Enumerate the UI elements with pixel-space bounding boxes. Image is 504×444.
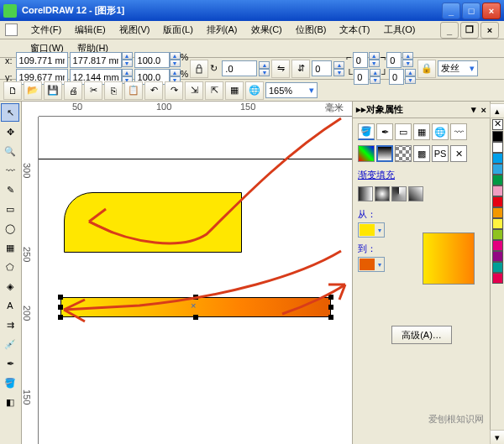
palette-down-button[interactable]: ▾ — [490, 430, 504, 444]
preset-square[interactable] — [408, 186, 423, 201]
tab-detail[interactable]: ▦ — [413, 123, 430, 140]
tab-general[interactable]: ▭ — [395, 123, 412, 140]
color-swatch[interactable] — [492, 142, 503, 153]
menu-tools[interactable]: 工具(O) — [379, 22, 421, 38]
color-swatch[interactable] — [492, 240, 503, 251]
open-button[interactable]: 📂 — [24, 81, 42, 100]
mirror-v-button[interactable]: ⇵ — [291, 60, 310, 78]
pick-tool[interactable]: ↖ — [1, 103, 19, 122]
x-position-input[interactable] — [16, 52, 68, 68]
rotation-input[interactable] — [222, 60, 257, 76]
corner-tl-input[interactable] — [353, 52, 368, 68]
docker-close-icon[interactable]: × — [481, 105, 486, 115]
color-swatch[interactable] — [492, 262, 503, 273]
interactive-fill-tool[interactable]: ◧ — [1, 393, 19, 411]
gradient-bar-object[interactable] — [60, 297, 331, 317]
color-swatch[interactable] — [492, 207, 503, 218]
export-button[interactable]: ⇱ — [205, 81, 223, 100]
ellipse-tool[interactable]: ◯ — [1, 219, 19, 238]
outline-tool[interactable]: ✒ — [1, 354, 19, 373]
freehand-tool[interactable]: 〰 — [1, 161, 19, 180]
menu-edit[interactable]: 编辑(E) — [70, 22, 111, 38]
docker-menu-icon[interactable]: ▾ — [471, 104, 476, 115]
fill-tool[interactable]: 🪣 — [1, 373, 19, 392]
menu-layout[interactable]: 版面(L) — [158, 22, 197, 38]
shape-tool[interactable]: ✥ — [1, 123, 19, 141]
menu-text[interactable]: 文本(T) — [334, 22, 375, 38]
color-swatch[interactable] — [492, 218, 503, 229]
paste-button[interactable]: 📋 — [124, 81, 143, 100]
text-tool[interactable]: A — [1, 296, 19, 315]
smart-draw-tool[interactable]: ✎ — [1, 180, 19, 199]
graph-paper-tool[interactable]: ▦ — [1, 238, 19, 257]
interactive-blend-tool[interactable]: ⇉ — [1, 316, 19, 334]
eyedropper-tool[interactable]: 💉 — [1, 335, 19, 353]
corel-online-button[interactable]: 🌐 — [245, 81, 264, 100]
doc-restore-button[interactable]: ❐ — [460, 22, 479, 39]
color-swatch[interactable] — [492, 153, 503, 164]
preset-conical[interactable] — [391, 186, 407, 201]
preset-linear[interactable] — [358, 186, 373, 201]
tab-curve[interactable]: 〰 — [450, 123, 467, 140]
color-swatch[interactable] — [492, 175, 503, 185]
redo-button[interactable]: ↷ — [165, 81, 183, 100]
color-swatch[interactable] — [492, 131, 503, 142]
from-color-picker[interactable]: ▾ — [358, 222, 385, 238]
angle-input[interactable] — [312, 60, 332, 76]
undo-button[interactable]: ↶ — [144, 81, 163, 100]
fill-pattern[interactable] — [395, 145, 412, 162]
color-swatch[interactable] — [492, 196, 503, 207]
fill-none[interactable]: ✕ — [450, 145, 467, 162]
menu-arrange[interactable]: 排列(A) — [202, 22, 243, 38]
close-button[interactable]: × — [482, 3, 501, 19]
print-button[interactable]: 🖨 — [64, 81, 82, 100]
palette-up-button[interactable]: ▴ — [490, 103, 504, 118]
docker-expand-icon[interactable]: ▸▸ — [356, 104, 366, 115]
tab-fill[interactable]: 🪣 — [358, 123, 375, 140]
cut-button[interactable]: ✂ — [84, 81, 102, 100]
fill-fountain[interactable] — [376, 145, 393, 162]
outline-width-select[interactable]: 发丝▾ — [438, 60, 478, 76]
fill-postscript[interactable]: PS — [432, 145, 449, 162]
yellow-rounded-rectangle[interactable] — [64, 192, 242, 253]
color-swatch[interactable] — [492, 164, 503, 175]
corner-br-input[interactable] — [389, 69, 404, 85]
doc-close-button[interactable]: × — [480, 22, 499, 39]
zoom-tool[interactable]: 🔍 — [1, 142, 19, 160]
mirror-h-button[interactable]: ⇋ — [271, 60, 290, 78]
tab-outline[interactable]: ✒ — [376, 123, 393, 140]
fill-uniform[interactable] — [358, 145, 375, 162]
copy-button[interactable]: ⎘ — [104, 81, 123, 100]
minimize-button[interactable]: _ — [442, 3, 460, 19]
corner-bl-input[interactable] — [354, 69, 369, 85]
color-swatch[interactable] — [492, 251, 503, 262]
zoom-select[interactable]: 165%▾ — [265, 82, 318, 98]
menu-effects[interactable]: 效果(C) — [246, 22, 287, 38]
to-color-picker[interactable]: ▾ — [358, 257, 385, 272]
tab-internet[interactable]: 🌐 — [432, 123, 449, 140]
app-launcher-button[interactable]: ▦ — [225, 81, 244, 100]
no-color-swatch[interactable]: ✕ — [492, 119, 503, 130]
rectangle-tool[interactable]: ▭ — [1, 200, 19, 218]
save-button[interactable]: 💾 — [44, 81, 62, 100]
doc-minimize-button[interactable]: _ — [440, 22, 459, 39]
polygon-tool[interactable]: ⬠ — [1, 258, 19, 276]
maximize-button[interactable]: □ — [462, 3, 480, 19]
color-swatch[interactable] — [492, 273, 503, 284]
color-swatch[interactable] — [492, 185, 503, 196]
lock-ratio-button[interactable] — [190, 60, 208, 78]
scale-x-input[interactable] — [134, 52, 170, 68]
advanced-button[interactable]: 高级(A)… — [391, 326, 452, 344]
corner-tr-input[interactable] — [386, 52, 402, 68]
fill-texture[interactable]: ▩ — [413, 145, 430, 162]
width-input[interactable] — [70, 52, 122, 68]
menu-bitmaps[interactable]: 位图(B) — [291, 22, 332, 38]
basic-shapes-tool[interactable]: ◈ — [1, 277, 19, 295]
import-button[interactable]: ⇲ — [185, 81, 203, 100]
menu-file[interactable]: 文件(F) — [26, 22, 66, 38]
round-corners-lock-button[interactable]: 🔒 — [417, 60, 436, 78]
drawing-canvas[interactable] — [39, 117, 352, 444]
preset-radial[interactable] — [375, 186, 390, 201]
new-button[interactable]: 🗋 — [3, 81, 22, 100]
color-swatch[interactable] — [492, 229, 503, 240]
